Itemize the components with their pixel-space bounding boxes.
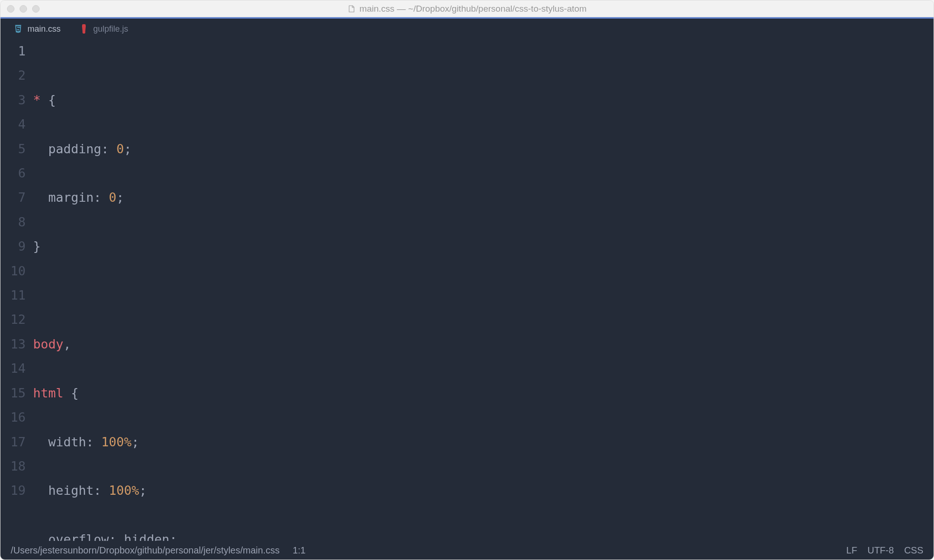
code-line: height: 100%; [33,478,934,503]
code-line: body, [33,332,934,356]
window-title: main.css — ~/Dropbox/github/personal/css… [347,4,586,14]
code-line: * { [33,88,934,112]
status-bar: /Users/jestersunborn/Dropbox/github/pers… [0,541,934,560]
line-number: 18 [0,454,26,478]
close-traffic-light[interactable] [7,5,14,13]
code-lines[interactable]: * { padding: 0; margin: 0; } body, html … [33,39,934,541]
status-encoding[interactable]: UTF-8 [867,545,894,556]
status-language[interactable]: CSS [904,545,923,556]
code-line: } [33,234,934,259]
status-cursor-position[interactable]: 1:1 [293,545,306,556]
line-number: 19 [0,478,26,503]
window-title-text: main.css — ~/Dropbox/github/personal/css… [359,4,586,14]
line-number: 16 [0,405,26,430]
code-line [33,283,934,307]
line-number: 1 [0,39,26,63]
status-line-ending[interactable]: LF [846,545,857,556]
code-line: html { [33,381,934,405]
line-number: 17 [0,430,26,454]
code-line: width: 100%; [33,430,934,454]
line-number: 11 [0,283,26,307]
line-number: 4 [0,112,26,137]
css3-icon [14,24,23,34]
tab-label: main.css [27,24,61,34]
line-number: 3 [0,88,26,112]
line-gutter: 12345678910111213141516171819 [0,39,33,541]
traffic-lights [7,5,40,13]
code-line: margin: 0; [33,185,934,210]
tab-gulpfile[interactable]: gulpfile.js [79,24,128,34]
tab-main-css[interactable]: main.css [14,24,61,34]
code-line: overflow: hidden; [33,527,934,541]
line-number: 15 [0,381,26,405]
editor-container: main.css gulpfile.js 1234567891011121314… [0,17,934,560]
file-icon [347,5,356,13]
window-titlebar[interactable]: main.css — ~/Dropbox/github/personal/css… [0,0,934,17]
tab-label: gulpfile.js [93,24,128,34]
tab-bar: main.css gulpfile.js [0,19,934,39]
line-number: 5 [0,137,26,161]
line-number: 10 [0,259,26,283]
code-area[interactable]: 12345678910111213141516171819 * { paddin… [0,39,934,541]
line-number: 13 [0,332,26,356]
line-number: 12 [0,307,26,332]
maximize-traffic-light[interactable] [32,5,40,13]
line-number: 7 [0,185,26,210]
line-number: 2 [0,63,26,88]
line-number: 14 [0,356,26,381]
line-number: 9 [0,234,26,259]
code-line: padding: 0; [33,137,934,161]
line-number: 6 [0,161,26,185]
gulp-icon [79,24,89,34]
status-filepath[interactable]: /Users/jestersunborn/Dropbox/github/pers… [11,545,280,556]
line-number: 8 [0,210,26,234]
minimize-traffic-light[interactable] [20,5,27,13]
